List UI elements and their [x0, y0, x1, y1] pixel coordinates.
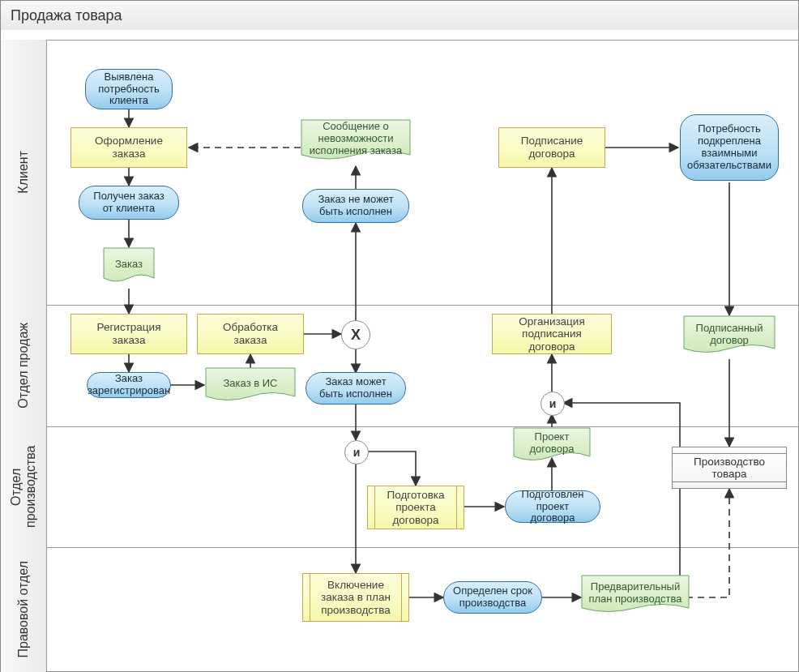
task-include-plan: Включение заказа в план производства	[302, 573, 409, 622]
event-due-date: Определен срок производства	[443, 581, 542, 614]
event-project-ready: Подготовлен проект договора	[505, 490, 600, 523]
lane-header-legal: Правовой отдел	[1, 547, 46, 672]
lane-header-production: Отдел производства	[1, 426, 46, 548]
lane-header-column: Клиент Отдел продаж Отдел производства П…	[1, 40, 47, 671]
doc-order: Заказ	[103, 247, 155, 288]
doc-preplan: Предварительный план производства	[581, 575, 690, 618]
task-process: Обработка заказа	[197, 314, 304, 354]
event-registered: Заказ зарегистрирован	[87, 372, 171, 398]
event-client-need: Выявлена потребность клиента	[85, 69, 173, 109]
task-sign-contract: Подписание договора	[498, 127, 605, 168]
gateway-exclusive: X	[341, 320, 370, 349]
task-prepare-project: Подготовка проекта договора	[367, 486, 464, 529]
event-cannot-fulfil: Заказ не может быть исполнен	[302, 189, 409, 223]
lane-header-sales: Отдел продаж	[1, 305, 46, 427]
doc-cannot-msg: Сообщение о невозможности исполнения зак…	[301, 119, 411, 166]
lane-body: Выявлена потребность клиента Оформление …	[46, 40, 798, 671]
gateway-and-lower: и	[344, 440, 369, 464]
task-order: Оформление заказа	[70, 127, 187, 168]
event-can-fulfil: Заказ может быть исполнен	[306, 372, 406, 404]
subprocess-production: Производство товара	[672, 447, 787, 489]
event-need-confirmed: Потребность подкреплена взаимными обязат…	[680, 114, 779, 181]
event-order-received: Получен заказ от клиента	[79, 186, 179, 220]
gateway-and-upper: и	[540, 392, 565, 416]
diagram-root: Продажа товара Клиент Отдел продаж Отдел…	[0, 0, 799, 672]
doc-order-is: Заказ в ИС	[205, 367, 296, 406]
task-register: Регистрация заказа	[70, 314, 187, 354]
diagram-title: Продажа товара	[1, 1, 798, 31]
task-organize-sign: Организация подписания договора	[492, 314, 612, 354]
doc-signed-contract: Подписанный договор	[683, 315, 776, 359]
lane-header-client: Клиент	[1, 40, 46, 306]
doc-project-contract: Проект договора	[513, 427, 591, 466]
